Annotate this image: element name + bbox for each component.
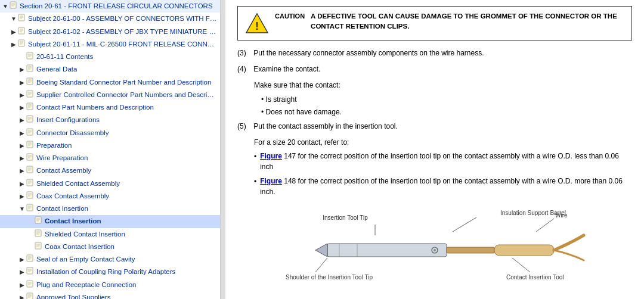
panel-separator[interactable]	[221, 0, 225, 299]
expander-s2[interactable]: ▼	[10, 14, 18, 23]
sidebar-item-label: Approved Tool Suppliers	[36, 292, 110, 299]
svg-rect-64	[27, 204, 33, 211]
sidebar-item-s4[interactable]: ▶Subject 20-61-11 - MIL-C-26500 FRONT RE…	[0, 38, 220, 51]
caution-text: A DEFECTIVE TOOL CAN CAUSE DAMAGE TO THE…	[311, 11, 624, 32]
document-icon	[26, 128, 35, 138]
figure-147-num: 147	[284, 152, 296, 160]
sidebar-item-s7[interactable]: ▶Boeing Standard Connector Part Number a…	[0, 76, 220, 89]
expander-s3[interactable]: ▶	[10, 27, 18, 36]
sidebar-item-s23[interactable]: ▶Plug and Receptacle Connection	[0, 279, 220, 291]
expander-s13[interactable]: ▶	[18, 154, 26, 163]
svg-rect-4	[18, 14, 24, 21]
caution-triangle-icon: !	[245, 11, 269, 35]
sidebar-item-label: Shielded Contact Insertion	[45, 229, 125, 239]
document-icon	[26, 267, 35, 277]
sidebar-item-s15[interactable]: ▶Shielded Contact Assembly	[0, 177, 220, 190]
document-icon	[26, 102, 35, 113]
sidebar-item-label: Contact Part Numbers and Description	[36, 102, 154, 113]
sidebar-item-label: Boeing Standard Connector Part Number an…	[36, 77, 211, 88]
sidebar-item-s5[interactable]: 20-61-11 Contents	[0, 51, 220, 63]
document-icon	[18, 39, 26, 49]
expander-s14[interactable]: ▶	[18, 166, 26, 175]
sidebar-item-label: Contact Insertion	[36, 204, 88, 214]
step-3-text: Put the necessary connector assembly com…	[253, 49, 484, 57]
svg-rect-12	[18, 40, 24, 46]
svg-rect-76	[35, 242, 41, 249]
expander-s12[interactable]: ▶	[18, 141, 26, 150]
sidebar-item-s14[interactable]: ▶Contact Assembly	[0, 164, 220, 177]
figure-148-link[interactable]: Figure	[260, 177, 282, 185]
expander-s15[interactable]: ▶	[18, 179, 26, 188]
sidebar-item-label: Subject 20-61-02 - ASSEMBLY OF JBX TYPE …	[28, 27, 218, 37]
sidebar-item-s6[interactable]: ▶General Data	[0, 63, 220, 76]
sidebar-item-s11[interactable]: ▶Connector Disassembly	[0, 127, 220, 139]
document-icon	[26, 191, 35, 201]
sidebar-item-label: Wire Preparation	[36, 153, 88, 163]
caution-box: ! CAUTION A DEFECTIVE TOOL CAN CAUSE DAM…	[237, 6, 632, 41]
expander-s23[interactable]: ▶	[18, 281, 26, 289]
sidebar-item-s12[interactable]: ▶Preparation	[0, 139, 220, 152]
sidebar-item-label: Installation of Coupling Ring Polarity A…	[36, 267, 175, 277]
sidebar-item-s2[interactable]: ▼Subject 20-61-00 - ASSEMBLY OF CONNECTO…	[0, 13, 220, 25]
figure-148-text: for the correct position of the insertio…	[260, 177, 623, 196]
sidebar-item-label: Preparation	[36, 141, 72, 151]
svg-text:Contact Insertion Tool: Contact Insertion Tool	[506, 274, 564, 281]
expander-s6[interactable]: ▶	[18, 65, 26, 74]
document-icon	[10, 1, 18, 11]
tree-navigation[interactable]: ▼Section 20-61 - FRONT RELEASE CIRCULAR …	[0, 0, 221, 299]
svg-rect-56	[27, 179, 33, 186]
svg-rect-52	[27, 166, 33, 173]
expander-s9[interactable]: ▶	[18, 103, 26, 112]
document-icon	[26, 77, 35, 88]
sidebar-item-label: Coax Contact Insertion	[45, 242, 114, 252]
expander-s4[interactable]: ▶	[10, 40, 18, 49]
step-4-sub: Make sure that the contact:	[254, 80, 632, 91]
svg-rect-60	[27, 192, 33, 198]
expander-s16[interactable]: ▶	[18, 192, 26, 201]
expander-s7[interactable]: ▶	[18, 78, 26, 87]
sidebar-item-label: Coax Contact Assembly	[36, 191, 109, 201]
expander-s10[interactable]: ▶	[18, 116, 26, 124]
diagram-container: Insertion Tool Tip Insulation Support Ba…	[237, 207, 632, 299]
sidebar-item-s18[interactable]: Contact Insertion	[0, 215, 220, 228]
document-icon	[35, 216, 43, 226]
caution-label: CAUTION	[275, 13, 305, 20]
expander-s8[interactable]: ▶	[18, 91, 26, 99]
document-icon	[26, 115, 35, 125]
sidebar-item-s9[interactable]: ▶Contact Part Numbers and Description	[0, 101, 220, 114]
document-icon	[35, 229, 43, 239]
step-4: (4) Examine the contact.	[237, 64, 632, 75]
sidebar-item-s21[interactable]: ▶Seal of an Empty Contact Cavity	[0, 253, 220, 266]
document-icon	[18, 27, 26, 37]
figure-147-link[interactable]: Figure	[260, 152, 282, 160]
svg-line-144	[315, 258, 327, 272]
sidebar-item-s24[interactable]: ▶Approved Tool Suppliers	[0, 291, 220, 299]
document-icon	[26, 292, 35, 299]
sidebar-item-s22[interactable]: ▶Installation of Coupling Ring Polarity …	[0, 266, 220, 278]
expander-s11[interactable]: ▶	[18, 129, 26, 138]
sidebar-item-s17[interactable]: ▼Contact Insertion	[0, 203, 220, 215]
svg-text:!: !	[255, 20, 259, 32]
svg-rect-80	[27, 255, 33, 261]
figure-147-text: for the correct position of the insertio…	[260, 152, 619, 171]
step-4-text: Examine the contact.	[253, 65, 320, 73]
sidebar-item-s19[interactable]: Shielded Contact Insertion	[0, 228, 220, 241]
svg-rect-72	[35, 230, 41, 236]
expander-s1[interactable]: ▼	[1, 2, 10, 11]
sidebar-item-s1[interactable]: ▼Section 20-61 - FRONT RELEASE CIRCULAR …	[0, 0, 220, 13]
sidebar-item-s10[interactable]: ▶Insert Configurations	[0, 114, 220, 126]
sidebar-item-s8[interactable]: ▶Supplier Controlled Connector Part Numb…	[0, 89, 220, 101]
expander-s22[interactable]: ▶	[18, 267, 26, 276]
sidebar-item-s13[interactable]: ▶Wire Preparation	[0, 152, 220, 164]
svg-rect-36	[27, 116, 33, 122]
sidebar-item-s20[interactable]: Coax Contact Insertion	[0, 241, 220, 253]
expander-s24[interactable]: ▶	[18, 293, 26, 299]
sidebar-item-s16[interactable]: ▶Coax Contact Assembly	[0, 190, 220, 203]
sidebar-item-label: Contact Insertion	[45, 216, 101, 226]
svg-rect-28	[27, 91, 33, 97]
expander-s21[interactable]: ▶	[18, 255, 26, 264]
document-icon	[26, 179, 35, 189]
svg-rect-48	[27, 154, 33, 160]
sidebar-item-s3[interactable]: ▶Subject 20-61-02 - ASSEMBLY OF JBX TYPE…	[0, 26, 220, 38]
expander-s17[interactable]: ▼	[18, 204, 26, 213]
